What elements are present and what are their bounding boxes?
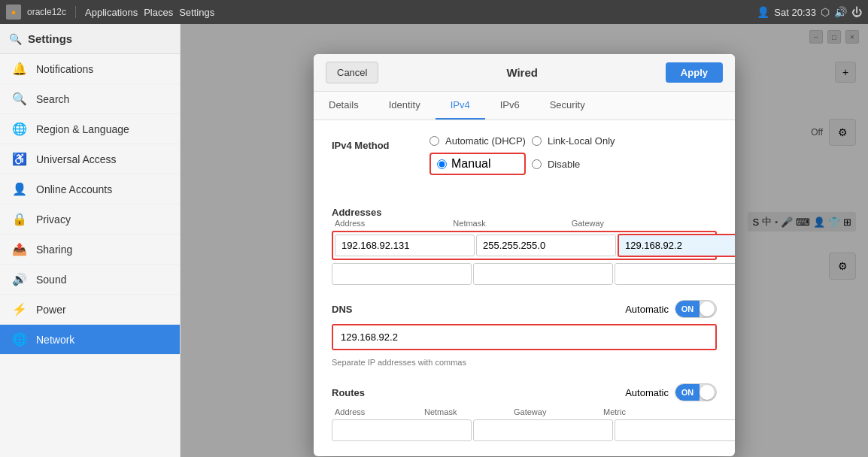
dialog-titlebar: Cancel Wired Apply <box>314 54 735 92</box>
tab-identity[interactable]: Identity <box>374 92 436 120</box>
menu-applications[interactable]: Applications <box>85 7 138 18</box>
disable-option[interactable]: Disable <box>532 153 628 175</box>
modal-overlay: Cancel Wired Apply Details Identity IPv4… <box>181 24 868 457</box>
sidebar-item-region[interactable]: 🌐 Region & Language <box>0 114 180 144</box>
sidebar-item-online-accounts[interactable]: 👤 Online Accounts <box>0 174 180 204</box>
address-input-1[interactable] <box>335 235 475 256</box>
address-input-2[interactable] <box>332 263 472 285</box>
network-icon: 🌐 <box>12 332 27 347</box>
topbar-left: ● oracle12c Applications Places Settings <box>6 5 432 20</box>
sidebar-item-label-network: Network <box>36 334 74 346</box>
link-local-label: Link-Local Only <box>548 135 615 147</box>
addresses-columns: Address Netmask Gateway <box>332 219 717 228</box>
dialog-body: IPv4 Method Automatic (DHCP) Link-Local … <box>314 120 735 456</box>
app-title: oracle12c <box>27 7 66 17</box>
manual-label: Manual <box>451 157 490 171</box>
routes-label: Routes <box>332 387 365 398</box>
main-area: 🔍 Settings 🔔 Notifications 🔍 Search 🌐 Re… <box>0 24 868 457</box>
col-gateway: Gateway <box>572 219 690 228</box>
routes-col-address: Address <box>335 407 424 416</box>
route-netmask-input[interactable] <box>473 419 613 441</box>
disable-label: Disable <box>548 159 580 170</box>
ipv4-method-section: IPv4 Method Automatic (DHCP) Link-Local … <box>332 135 717 190</box>
dns-auto-toggle: Automatic ON <box>625 300 717 318</box>
online-accounts-icon: 👤 <box>12 182 27 196</box>
menu-places[interactable]: Places <box>144 7 173 18</box>
sidebar-item-power[interactable]: ⚡ Power <box>0 295 180 325</box>
ipv4-method-label: IPv4 Method <box>332 135 414 151</box>
dns-label: DNS <box>332 304 352 315</box>
auto-dhcp-option[interactable]: Automatic (DHCP) <box>429 135 526 147</box>
tab-ipv6[interactable]: IPv6 <box>485 92 535 120</box>
dns-toggle[interactable]: ON <box>675 300 717 318</box>
method-options: Automatic (DHCP) Link-Local Only Manual <box>429 135 628 175</box>
system-time: Sat 20:33 <box>774 7 816 18</box>
sidebar-header: 🔍 Settings <box>0 24 180 54</box>
region-icon: 🌐 <box>12 122 27 136</box>
sidebar-item-privacy[interactable]: 🔒 Privacy <box>0 204 180 235</box>
routes-col-gateway: Gateway <box>514 407 603 416</box>
routes-toggle-thumb <box>700 385 715 400</box>
cancel-button[interactable]: Cancel <box>326 62 378 83</box>
sidebar-item-sharing[interactable]: 📤 Sharing <box>0 235 180 265</box>
link-local-option[interactable]: Link-Local Only <box>532 135 628 147</box>
sidebar-item-label-region: Region & Language <box>36 123 129 135</box>
manual-radio[interactable] <box>437 159 447 169</box>
dialog-tabs: Details Identity IPv4 IPv6 Security <box>314 92 735 120</box>
routes-toggle-on: ON <box>675 384 700 401</box>
sidebar-item-universal-access[interactable]: ♿ Universal Access <box>0 144 180 174</box>
address-row-2: ⊗ <box>332 263 717 285</box>
routes-header: Routes Automatic ON <box>332 383 717 401</box>
sidebar-item-label-sharing: Sharing <box>36 244 72 256</box>
sidebar-item-notifications[interactable]: 🔔 Notifications <box>0 54 180 84</box>
menu-settings[interactable]: Settings <box>179 7 214 18</box>
col-address: Address <box>335 219 453 228</box>
sidebar-item-search[interactable]: 🔍 Search <box>0 84 180 114</box>
dns-header: DNS Automatic ON <box>332 300 717 318</box>
dns-section: DNS Automatic ON <box>332 300 717 368</box>
routes-col-netmask: Netmask <box>424 407 514 416</box>
tab-details[interactable]: Details <box>314 92 374 120</box>
apply-button[interactable]: Apply <box>666 62 723 83</box>
gateway-input-2[interactable] <box>615 263 735 285</box>
sidebar-item-label-oa: Online Accounts <box>36 183 112 195</box>
tab-ipv4[interactable]: IPv4 <box>436 92 485 120</box>
topbar: ● oracle12c Applications Places Settings… <box>0 0 868 24</box>
auto-dhcp-radio[interactable] <box>429 136 439 146</box>
wired-dialog: Cancel Wired Apply Details Identity IPv4… <box>314 54 735 456</box>
sidebar-item-sound[interactable]: 🔊 Sound <box>0 265 180 295</box>
sidebar-item-label-ua: Universal Access <box>36 153 117 165</box>
dns-input[interactable] <box>333 325 715 349</box>
sound-icon: 🔊 <box>12 272 27 286</box>
search-icon: 🔍 <box>12 92 27 106</box>
volume-icon[interactable]: 🔊 <box>834 6 847 18</box>
route-gateway-input[interactable] <box>615 419 735 441</box>
app-icon: ● <box>6 5 21 20</box>
netmask-input-1[interactable] <box>476 235 616 256</box>
sidebar-item-label-search: Search <box>36 93 69 105</box>
power-icon-sidebar: ⚡ <box>12 302 27 316</box>
sidebar-item-network[interactable]: 🌐 Network <box>0 325 180 355</box>
tab-security[interactable]: Security <box>535 92 600 120</box>
network-status-icon[interactable]: ⬡ <box>821 6 830 18</box>
col-netmask: Netmask <box>453 219 571 228</box>
netmask-input-2[interactable] <box>473 263 613 285</box>
sidebar: 🔍 Settings 🔔 Notifications 🔍 Search 🌐 Re… <box>0 24 181 457</box>
sidebar-item-label-privacy: Privacy <box>36 213 71 225</box>
routes-toggle[interactable]: ON <box>675 383 717 401</box>
gateway-input-1[interactable] <box>618 234 735 257</box>
topbar-icons: 👤 Sat 20:33 ⬡ 🔊 ⏻ <box>757 6 862 18</box>
address-row-1: ⊗ <box>332 231 717 260</box>
avatar-icon[interactable]: 👤 <box>757 6 769 18</box>
topbar-right: 👤 Sat 20:33 ⬡ 🔊 ⏻ <box>436 6 862 18</box>
universal-access-icon: ♿ <box>12 152 27 166</box>
route-address-input[interactable] <box>332 419 472 441</box>
disable-radio[interactable] <box>532 159 542 169</box>
power-icon[interactable]: ⏻ <box>851 6 862 18</box>
manual-option-outlined[interactable]: Manual <box>429 153 526 175</box>
sidebar-item-label-power: Power <box>36 304 66 316</box>
routes-section: Routes Automatic ON Address N <box>332 383 717 441</box>
routes-auto-toggle: Automatic ON <box>625 383 717 401</box>
link-local-radio[interactable] <box>532 136 542 146</box>
sidebar-item-label-sound: Sound <box>36 274 66 286</box>
